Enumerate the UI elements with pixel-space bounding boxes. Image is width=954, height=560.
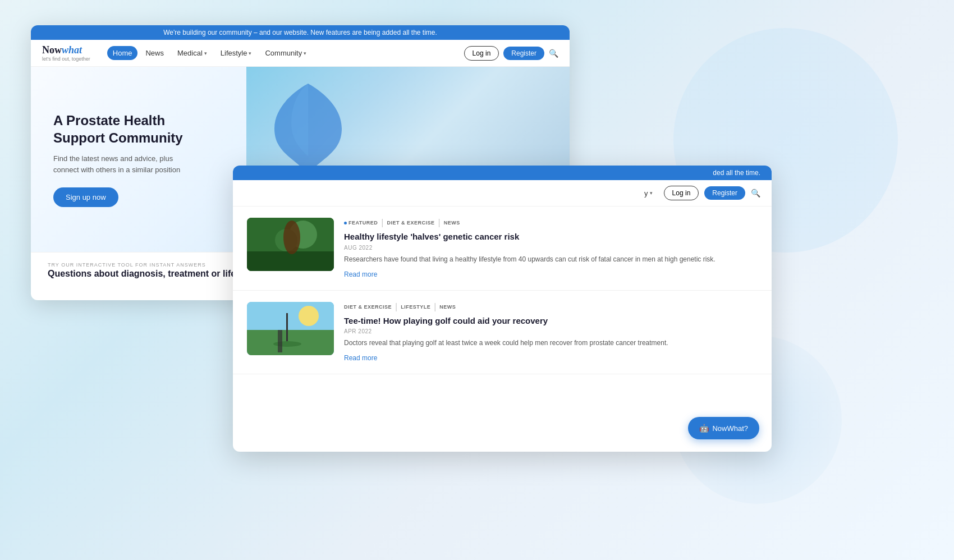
svg-point-8 <box>299 306 319 326</box>
hero-subtitle: Find the latest news and advice, plus co… <box>53 153 188 175</box>
svg-point-4 <box>283 221 300 254</box>
second-search-icon[interactable]: 🔍 <box>751 189 760 198</box>
search-icon[interactable]: 🔍 <box>549 49 558 58</box>
tag-news-1: NEWS <box>444 218 460 228</box>
nav-item-lifestyle[interactable]: Lifestyle ▾ <box>215 46 258 60</box>
signup-button[interactable]: Sign up now <box>53 187 118 207</box>
read-more-1[interactable]: Read more <box>344 270 377 278</box>
second-nav-chevron-icon: ▾ <box>650 190 653 196</box>
logo-text: Nowwhat <box>42 44 90 56</box>
lifestyle-chevron-icon: ▾ <box>249 51 251 56</box>
tag-diet-exercise-1: DIET & EXERCISE <box>387 218 435 228</box>
medical-chevron-icon: ▾ <box>204 51 207 56</box>
article-date-2: APR 2022 <box>344 328 758 334</box>
second-announcement-bar: ded all the time. <box>233 166 772 180</box>
nav-item-news[interactable]: News <box>140 46 169 60</box>
nav-item-medical[interactable]: Medical ▾ <box>172 46 213 60</box>
article-date-1: AUG 2022 <box>344 245 758 251</box>
tag-lifestyle: LIFESTYLE <box>401 302 430 312</box>
svg-rect-1 <box>247 251 334 271</box>
second-login-button[interactable]: Log in <box>664 186 699 200</box>
second-navbar: y ▾ Log in Register 🔍 <box>233 180 772 206</box>
article-card-2: DIET & EXERCISE | LIFESTYLE | NEWS Tee-t… <box>233 291 772 375</box>
article-content-2: DIET & EXERCISE | LIFESTYLE | NEWS Tee-t… <box>344 302 758 363</box>
nav-links: Home News Medical ▾ Lifestyle ▾ Communit… <box>107 46 453 60</box>
logo-tagline: let's find out, together <box>42 56 90 62</box>
register-button[interactable]: Register <box>503 47 544 60</box>
article-title-2: Tee-time! How playing golf could aid you… <box>344 315 758 327</box>
navbar: Nowwhat let's find out, together Home Ne… <box>31 40 570 67</box>
tag-news-2: NEWS <box>439 302 456 312</box>
login-button[interactable]: Log in <box>464 46 499 61</box>
nav-item-home[interactable]: Home <box>107 46 138 60</box>
hero-title: A Prostate Health Support Community <box>53 112 188 146</box>
community-chevron-icon: ▾ <box>304 51 306 56</box>
article-image-1 <box>247 218 334 271</box>
second-nav-partial: y ▾ <box>639 186 658 200</box>
article-excerpt-2: Doctors reveal that playing golf at leas… <box>344 338 758 348</box>
second-register-button[interactable]: Register <box>704 186 745 200</box>
announcement-text: We're building our community – and our w… <box>163 29 437 36</box>
announcement-bar: We're building our community – and our w… <box>31 25 570 40</box>
article-tags-1: FEATURED | DIET & EXERCISE | NEWS <box>344 218 758 228</box>
article-tags-2: DIET & EXERCISE | LIFESTYLE | NEWS <box>344 302 758 312</box>
nav-item-community[interactable]: Community ▾ <box>259 46 312 60</box>
tag-diet-exercise-2: DIET & EXERCISE <box>344 302 392 312</box>
article-image-2 <box>247 302 334 355</box>
tag-featured: FEATURED <box>344 218 378 228</box>
second-nav-partial-item: y ▾ <box>639 186 658 200</box>
articles-container: FEATURED | DIET & EXERCISE | NEWS Health… <box>233 206 772 374</box>
nav-actions: Log in Register 🔍 <box>464 46 558 61</box>
nowwhat-float-button[interactable]: 🤖 NowWhat? <box>688 417 759 439</box>
svg-point-10 <box>273 341 301 347</box>
read-more-2[interactable]: Read more <box>344 354 377 362</box>
svg-rect-11 <box>278 330 282 352</box>
article-content-1: FEATURED | DIET & EXERCISE | NEWS Health… <box>344 218 758 279</box>
logo-what: what <box>62 44 82 56</box>
article-title-1: Healthy lifestyle 'halves' genetic cance… <box>344 231 758 242</box>
hero-content: A Prostate Health Support Community Find… <box>31 95 210 224</box>
article-card-1: FEATURED | DIET & EXERCISE | NEWS Health… <box>233 206 772 291</box>
second-browser-window: ded all the time. y ▾ Log in Register 🔍 <box>233 166 772 452</box>
nowwhat-float-label: NowWhat? <box>712 424 748 433</box>
article-svg-2 <box>247 302 334 355</box>
second-announcement-partial: ded all the time. <box>713 169 760 177</box>
article-excerpt-1: Researchers have found that living a hea… <box>344 254 758 264</box>
logo: Nowwhat let's find out, together <box>42 44 90 62</box>
nowwhat-float-icon: 🤖 <box>699 424 709 433</box>
logo-now: Now <box>42 44 62 56</box>
article-svg-1 <box>247 218 334 271</box>
